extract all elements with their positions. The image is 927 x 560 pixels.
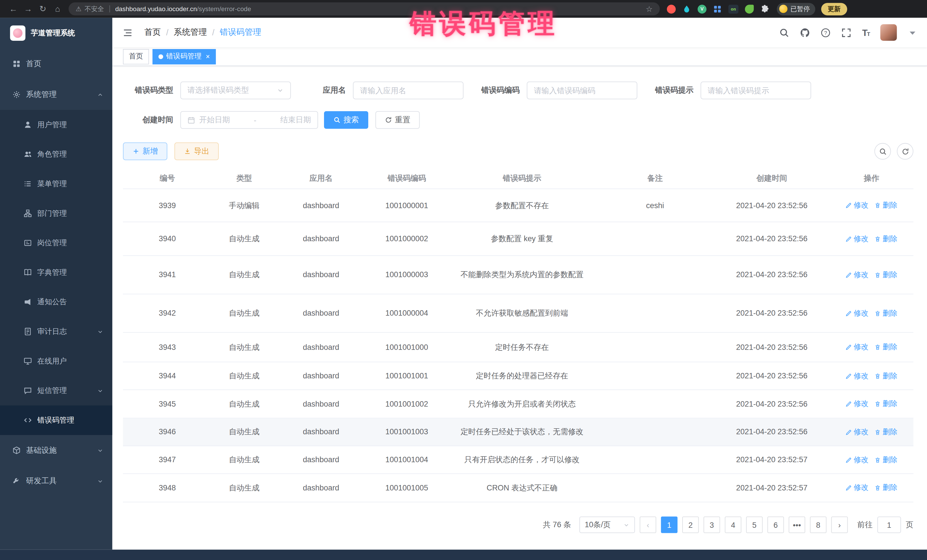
close-tab-icon[interactable]: × bbox=[206, 53, 210, 60]
next-page-button[interactable]: › bbox=[831, 517, 848, 533]
chevron-down-icon[interactable] bbox=[907, 27, 918, 37]
reset-button[interactable]: 重置 bbox=[375, 111, 419, 129]
address-bar[interactable]: ⚠ 不安全 dashboard.yudao.iocoder.cn/system/… bbox=[68, 2, 660, 15]
delete-link[interactable]: 删除 bbox=[874, 269, 898, 280]
sidebar-item-infra[interactable]: 基础设施 bbox=[0, 435, 112, 466]
sidebar-logo-row[interactable]: 芋道管理系统 bbox=[0, 18, 112, 49]
app-name-input[interactable] bbox=[353, 82, 464, 99]
table-row[interactable]: 3940自动生成dashboard1001000002参数配置 key 重复20… bbox=[123, 222, 913, 256]
table-row[interactable]: 3948自动生成dashboard1001001005CRON 表达式不正确20… bbox=[123, 474, 913, 502]
sidebar-item-audit-log[interactable]: 审计日志 bbox=[0, 317, 112, 346]
page-button-8[interactable]: 8 bbox=[810, 517, 827, 533]
sidebar-item-online-user[interactable]: 在线用户 bbox=[0, 346, 112, 376]
extension-icon-grid[interactable] bbox=[713, 5, 722, 14]
delete-link[interactable]: 删除 bbox=[874, 426, 898, 438]
sidebar-item-error-code[interactable]: 错误码管理 bbox=[0, 405, 112, 435]
export-button[interactable]: 导出 bbox=[174, 143, 219, 160]
error-type-select[interactable]: 请选择错误码类型 bbox=[180, 82, 291, 99]
edit-link[interactable]: 修改 bbox=[845, 308, 869, 319]
page-button-5[interactable]: 5 bbox=[746, 517, 763, 533]
page-button-2[interactable]: 2 bbox=[682, 517, 699, 533]
breadcrumb-item[interactable]: 系统管理 bbox=[174, 27, 207, 38]
not-secure-warning-icon: ⚠ bbox=[76, 5, 81, 13]
sidebar-item-system[interactable]: 系统管理 bbox=[0, 79, 112, 110]
browser-forward-icon[interactable]: → bbox=[21, 4, 36, 14]
table-row[interactable]: 3942自动生成dashboard1001000004不允许获取敏感配置到前端2… bbox=[123, 294, 913, 333]
breadcrumb-item[interactable]: 首页 bbox=[144, 27, 161, 38]
table-row[interactable]: 3946自动生成dashboard1001001003定时任务已经处于该状态，无… bbox=[123, 418, 913, 446]
error-hint-input[interactable] bbox=[701, 82, 811, 99]
toggle-search-button[interactable] bbox=[874, 143, 891, 160]
edit-link[interactable]: 修改 bbox=[845, 483, 869, 493]
browser-back-icon[interactable]: ← bbox=[6, 4, 21, 14]
edit-link[interactable]: 修改 bbox=[845, 233, 869, 244]
add-button[interactable]: 新增 bbox=[123, 143, 167, 160]
sidebar-item-home[interactable]: 首页 bbox=[0, 49, 112, 79]
extension-icon-drop[interactable] bbox=[682, 5, 691, 14]
extension-icon-on-badge[interactable]: on bbox=[728, 5, 739, 14]
table-row[interactable]: 3945自动生成dashboard1001001002只允许修改为开启或者关闭状… bbox=[123, 390, 913, 418]
puzzle-extensions-icon[interactable] bbox=[760, 5, 769, 14]
avatar[interactable] bbox=[880, 24, 897, 41]
sidebar-item-notice[interactable]: 通知公告 bbox=[0, 287, 112, 317]
edit-link[interactable]: 修改 bbox=[845, 426, 869, 438]
search-icon[interactable] bbox=[779, 27, 789, 37]
calendar-icon bbox=[187, 116, 195, 124]
delete-link[interactable]: 删除 bbox=[874, 233, 898, 244]
sidebar-item-user[interactable]: 用户管理 bbox=[0, 110, 112, 140]
table-row[interactable]: 3947自动生成dashboard1001001004只有开启状态的任务，才可以… bbox=[123, 446, 913, 474]
error-code-input[interactable] bbox=[527, 82, 637, 99]
delete-link[interactable]: 删除 bbox=[874, 483, 898, 493]
browser-home-icon[interactable]: ⌂ bbox=[50, 4, 65, 14]
date-range-picker[interactable]: 开始日期 - 结束日期 bbox=[180, 111, 318, 129]
delete-link[interactable]: 删除 bbox=[874, 398, 898, 410]
prev-page-button[interactable]: ‹ bbox=[640, 517, 656, 533]
edit-link[interactable]: 修改 bbox=[845, 269, 869, 280]
github-icon[interactable] bbox=[800, 27, 810, 37]
sidebar-item-role[interactable]: 角色管理 bbox=[0, 140, 112, 169]
delete-link[interactable]: 删除 bbox=[874, 370, 898, 381]
hamburger-icon[interactable] bbox=[122, 27, 134, 37]
page-button-1[interactable]: 1 bbox=[661, 517, 678, 533]
goto-page-input[interactable] bbox=[877, 517, 901, 533]
table-row[interactable]: 3944自动生成dashboard1001001001定时任务的处理器已经存在2… bbox=[123, 363, 913, 390]
refresh-table-button[interactable] bbox=[897, 143, 913, 160]
bookmark-star-icon[interactable]: ☆ bbox=[646, 5, 653, 14]
sidebar-item-menu[interactable]: 菜单管理 bbox=[0, 169, 112, 199]
page-button-6[interactable]: 6 bbox=[767, 517, 784, 533]
edit-link[interactable]: 修改 bbox=[845, 200, 869, 211]
delete-link[interactable]: 删除 bbox=[874, 341, 898, 353]
page-size-select[interactable]: 10条/页 bbox=[579, 517, 635, 533]
tab-error-code[interactable]: 错误码管理× bbox=[153, 49, 216, 64]
sidebar-item-sms[interactable]: 短信管理 bbox=[0, 376, 112, 405]
sidebar-item-dev-tools[interactable]: 研发工具 bbox=[0, 466, 112, 496]
table-row[interactable]: 3943自动生成dashboard1001001000定时任务不存在2021-0… bbox=[123, 333, 913, 363]
page-button-4[interactable]: 4 bbox=[725, 517, 741, 533]
extension-icon-vue[interactable]: V bbox=[698, 5, 707, 14]
delete-link[interactable]: 删除 bbox=[874, 454, 898, 465]
edit-link[interactable]: 修改 bbox=[845, 454, 869, 465]
table-row[interactable]: 3941自动生成dashboard1001000003不能删除类型为系统内置的参… bbox=[123, 256, 913, 294]
edit-link[interactable]: 修改 bbox=[845, 341, 869, 353]
fullscreen-icon[interactable] bbox=[842, 27, 851, 37]
sidebar-item-post[interactable]: 岗位管理 bbox=[0, 228, 112, 258]
sidebar: 芋道管理系统 首页系统管理用户管理角色管理菜单管理部门管理岗位管理字典管理通知公… bbox=[0, 18, 112, 549]
help-icon[interactable]: ? bbox=[821, 27, 831, 37]
search-button[interactable]: 搜索 bbox=[324, 111, 368, 129]
profile-paused-badge[interactable]: 已暂停 bbox=[777, 3, 816, 15]
browser-update-button[interactable]: 更新 bbox=[821, 3, 847, 15]
extension-icon-leaf[interactable] bbox=[745, 5, 754, 14]
table-row[interactable]: 3939手动编辑dashboard1001000001参数配置不存在ceshi2… bbox=[123, 189, 913, 222]
edit-link[interactable]: 修改 bbox=[845, 370, 869, 381]
browser-reload-icon[interactable]: ↻ bbox=[35, 4, 50, 14]
delete-link[interactable]: 删除 bbox=[874, 200, 898, 211]
page-button-3[interactable]: 3 bbox=[704, 517, 720, 533]
tab-home[interactable]: 首页 bbox=[123, 49, 149, 64]
font-size-icon[interactable]: TT bbox=[862, 27, 870, 37]
extension-icon-red[interactable] bbox=[667, 5, 676, 14]
pager-more-button[interactable]: ••• bbox=[789, 517, 805, 533]
sidebar-item-dict[interactable]: 字典管理 bbox=[0, 258, 112, 287]
delete-link[interactable]: 删除 bbox=[874, 308, 898, 319]
edit-link[interactable]: 修改 bbox=[845, 398, 869, 410]
sidebar-item-dept[interactable]: 部门管理 bbox=[0, 199, 112, 228]
